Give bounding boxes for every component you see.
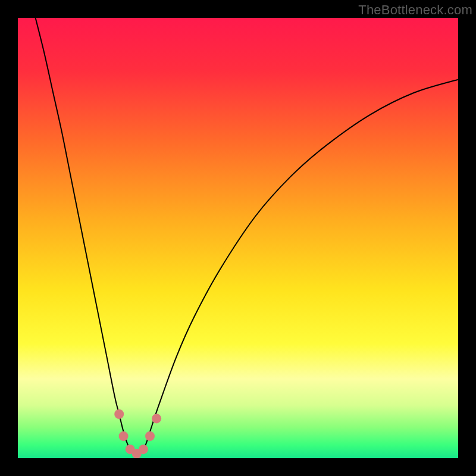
curve-marker <box>119 431 129 441</box>
curve-path <box>36 18 458 454</box>
curve-marker <box>139 444 148 454</box>
curve-marker <box>152 414 161 423</box>
plot-frame <box>18 18 458 458</box>
curve-marker <box>145 431 155 441</box>
watermark-text: TheBottleneck.com <box>358 2 472 18</box>
bottleneck-curve <box>18 18 458 458</box>
curve-marker <box>114 409 124 419</box>
minimum-markers <box>114 409 161 458</box>
